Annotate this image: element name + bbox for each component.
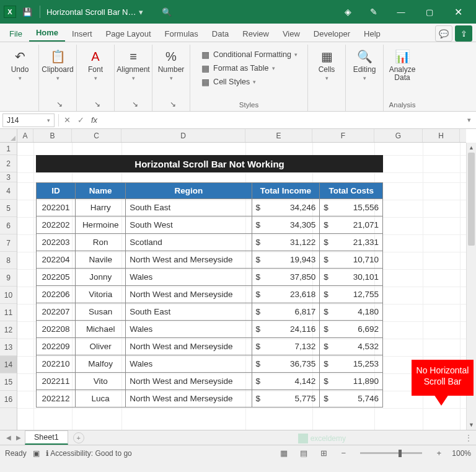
enter-formula-button[interactable]: ✓: [74, 115, 87, 125]
row-header-6[interactable]: 6: [0, 217, 17, 234]
maximize-button[interactable]: ▢: [415, 0, 444, 24]
tab-help[interactable]: Help: [357, 25, 387, 42]
row-header-1[interactable]: 1: [0, 143, 17, 155]
cell-id[interactable]: 202208: [37, 321, 76, 338]
row-header-7[interactable]: 7: [0, 234, 17, 252]
fx-icon[interactable]: fx: [91, 115, 97, 125]
cell-cost[interactable]: 6,692: [320, 321, 383, 338]
cell-income[interactable]: 37,850: [252, 269, 320, 286]
cell-income[interactable]: 36,735: [252, 355, 320, 373]
comments-button[interactable]: 💬: [435, 25, 452, 42]
row-headers[interactable]: 12345678910111213141516: [0, 143, 17, 430]
col-header-F[interactable]: F: [312, 129, 374, 142]
cell-region[interactable]: Wales: [126, 355, 252, 373]
tab-page-layout[interactable]: Page Layout: [99, 25, 158, 42]
cell-name[interactable]: Oliver: [76, 338, 126, 355]
row-header-13[interactable]: 13: [0, 339, 17, 356]
tab-data[interactable]: Data: [205, 25, 236, 42]
scroll-thumb[interactable]: [468, 153, 475, 246]
cell-id[interactable]: 202204: [37, 251, 76, 269]
cell-id[interactable]: 202201: [37, 199, 76, 216]
cell-region[interactable]: South East: [126, 199, 252, 216]
minimize-button[interactable]: —: [387, 0, 415, 24]
row-header-12[interactable]: 12: [0, 321, 17, 339]
row-header-9[interactable]: 9: [0, 269, 17, 287]
cell-cost[interactable]: 15,556: [320, 199, 383, 216]
cell-region[interactable]: North West and Merseyside: [126, 338, 252, 355]
cell-cost[interactable]: 15,253: [320, 355, 383, 373]
cell-name[interactable]: Vitoria: [76, 286, 126, 303]
diamond-icon[interactable]: ◈: [335, 7, 361, 17]
cell-id[interactable]: 202211: [37, 373, 76, 390]
cell-name[interactable]: Michael: [76, 321, 126, 338]
prev-sheet-icon[interactable]: ◀: [6, 434, 11, 441]
sheet-options-icon[interactable]: ⋮: [465, 434, 472, 442]
cell-name[interactable]: Navile: [76, 251, 126, 269]
cell-cost[interactable]: 21,071: [320, 216, 383, 234]
cell-name[interactable]: Ron: [76, 234, 126, 251]
tab-review[interactable]: Review: [236, 25, 276, 42]
col-header-H[interactable]: H: [423, 129, 460, 142]
cell-cost[interactable]: 21,331: [320, 234, 383, 251]
cell-region[interactable]: North West and Merseyside: [126, 390, 252, 407]
row-header-10[interactable]: 10: [0, 287, 17, 304]
tab-view[interactable]: View: [276, 25, 307, 42]
cell-name[interactable]: Luca: [76, 390, 126, 407]
cell-income[interactable]: 23,618: [252, 286, 320, 303]
cell-id[interactable]: 202206: [37, 286, 76, 303]
cell-cost[interactable]: 10,710: [320, 251, 383, 269]
cell-income[interactable]: 19,943: [252, 251, 320, 269]
cell-region[interactable]: North West and Merseyside: [126, 373, 252, 390]
cell-income[interactable]: 24,116: [252, 321, 320, 338]
cell-income[interactable]: 7,132: [252, 338, 320, 355]
cell-region[interactable]: South West: [126, 216, 252, 234]
row-header-3[interactable]: 3: [0, 172, 17, 182]
cell-styles-button[interactable]: ▦Cell Styles▾: [199, 76, 299, 88]
zoom-out-button[interactable]: −: [337, 448, 350, 458]
row-header-16[interactable]: 16: [0, 391, 17, 408]
col-header-B[interactable]: B: [33, 129, 72, 142]
save-button[interactable]: 💾: [19, 7, 36, 17]
row-header-11[interactable]: 11: [0, 304, 17, 321]
cell-name[interactable]: Susan: [76, 303, 126, 321]
zoom-slider[interactable]: [360, 452, 422, 454]
row-header-5[interactable]: 5: [0, 200, 17, 217]
share-button[interactable]: ⇪: [455, 25, 472, 42]
cell-name[interactable]: Vito: [76, 373, 126, 390]
zoom-in-button[interactable]: +: [432, 448, 446, 458]
cell-id[interactable]: 202207: [37, 303, 76, 321]
col-header-D[interactable]: D: [121, 129, 245, 142]
cancel-formula-button[interactable]: ✕: [60, 115, 74, 125]
select-all-corner[interactable]: [0, 129, 17, 143]
cell-income[interactable]: 5,775: [252, 390, 320, 407]
cell-income[interactable]: 4,142: [252, 373, 320, 390]
tab-home[interactable]: Home: [29, 24, 65, 42]
col-header-G[interactable]: G: [374, 129, 423, 142]
chevron-down-icon[interactable]: ▾: [139, 7, 143, 17]
row-header-2[interactable]: 2: [0, 155, 17, 172]
zoom-level[interactable]: 100%: [452, 449, 471, 458]
alignment-button[interactable]: ≡Alignment▾: [120, 48, 147, 81]
page-break-view-button[interactable]: ⊞: [317, 448, 330, 458]
row-header-15[interactable]: 15: [0, 373, 17, 391]
undo-button[interactable]: ↶Undo▾: [6, 48, 33, 81]
cell-cost[interactable]: 4,532: [320, 338, 383, 355]
cell-income[interactable]: 31,122: [252, 234, 320, 251]
tab-insert[interactable]: Insert: [65, 25, 99, 42]
cell-name[interactable]: Hermoine: [76, 216, 126, 234]
cell-region[interactable]: North West and Merseyside: [126, 251, 252, 269]
tab-developer[interactable]: Developer: [307, 25, 357, 42]
cell-income[interactable]: 6,817: [252, 303, 320, 321]
cell-region[interactable]: Wales: [126, 269, 252, 286]
clipboard-button[interactable]: 📋Clipboard▾: [44, 48, 71, 81]
cell-cost[interactable]: 30,101: [320, 269, 383, 286]
cell-region[interactable]: South East: [126, 303, 252, 321]
scroll-down-icon[interactable]: ▼: [467, 420, 476, 430]
expand-formula-bar[interactable]: ▾: [462, 116, 476, 124]
cell-cost[interactable]: 4,180: [320, 303, 383, 321]
cell-income[interactable]: 34,246: [252, 199, 320, 216]
tab-formulas[interactable]: Formulas: [158, 25, 205, 42]
page-layout-view-button[interactable]: ▤: [297, 448, 311, 458]
row-header-4[interactable]: 4: [0, 182, 17, 200]
cell-cost[interactable]: 5,746: [320, 390, 383, 407]
